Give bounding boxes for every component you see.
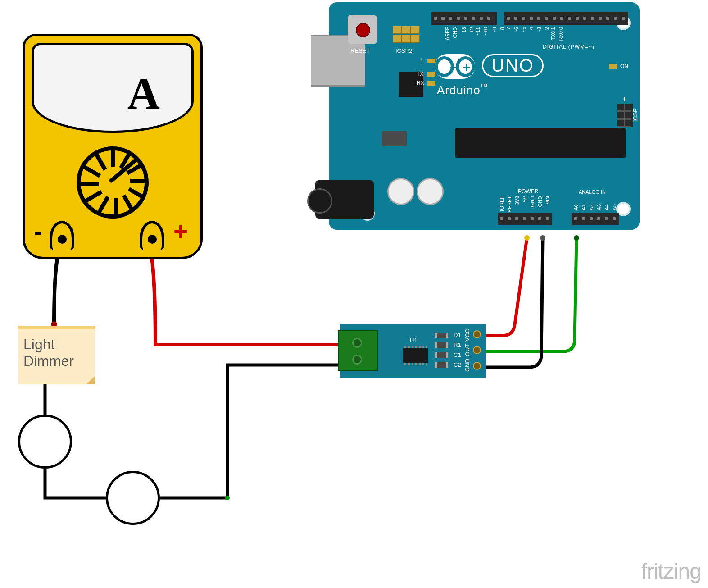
tx-led-label: TX bbox=[417, 71, 423, 77]
power-header[interactable] bbox=[498, 213, 552, 225]
l-led-label: L bbox=[420, 57, 423, 64]
digital-header-right[interactable] bbox=[504, 12, 628, 25]
ac-source-symbol bbox=[18, 415, 72, 469]
digital-section-label: DIGITAL (PWM=~) bbox=[543, 44, 595, 50]
digital-header-left[interactable] bbox=[431, 12, 497, 25]
logo-minus: − bbox=[449, 60, 458, 75]
smd-label: C1 bbox=[454, 351, 461, 358]
analog-ammeter: A - + bbox=[23, 34, 203, 259]
wire-ammeter-pos-to-sensor bbox=[151, 251, 356, 345]
wire-ammeter-neg-to-dimmer bbox=[54, 252, 59, 324]
ammeter-unit-label: A bbox=[127, 68, 160, 119]
pin-label: 8 bbox=[499, 27, 505, 30]
pin-label: ~11 bbox=[475, 27, 481, 36]
wire-junction bbox=[225, 496, 230, 500]
pin-label: 5V bbox=[522, 196, 527, 202]
smd-c1 bbox=[435, 352, 448, 358]
icsp2-label: ICSP2 bbox=[395, 47, 413, 54]
on-led bbox=[609, 64, 617, 69]
sensor-pin-vcc[interactable] bbox=[473, 330, 481, 338]
pin-label: GND bbox=[537, 196, 543, 207]
rx-led-label: RX bbox=[417, 80, 424, 86]
sensor-pin-label: GND bbox=[464, 359, 471, 372]
wire-end bbox=[540, 235, 545, 241]
atmega-chip bbox=[455, 128, 626, 158]
pin-label: 3V3 bbox=[514, 196, 520, 205]
pin-label: VIN bbox=[545, 196, 550, 204]
pin-label: AREF bbox=[445, 27, 450, 40]
smd-c2 bbox=[435, 362, 448, 368]
pin-label: GND bbox=[452, 27, 458, 38]
pin-label: 7 bbox=[506, 27, 511, 30]
smd-r1 bbox=[435, 342, 448, 348]
lamp-symbol bbox=[106, 471, 160, 525]
capacitor bbox=[387, 178, 414, 205]
analog-header[interactable] bbox=[572, 213, 619, 225]
pin-label: ~3 bbox=[536, 27, 542, 33]
wire-sensor-gnd-to-gnd bbox=[480, 238, 543, 367]
uno-model-label: UNO bbox=[482, 54, 544, 77]
pin-label: RESET bbox=[507, 196, 512, 213]
sticky-note-light-dimmer: Light Dimmer bbox=[18, 326, 95, 384]
wire-sensor-vcc-to-5v bbox=[480, 238, 527, 336]
pin-label: ~6 bbox=[513, 27, 519, 33]
wire-lamp-to-sensor bbox=[160, 365, 356, 498]
pin-label: A3 bbox=[596, 204, 602, 210]
note-line2: Dimmer bbox=[23, 353, 89, 369]
pin-label: A2 bbox=[589, 204, 594, 210]
arduino-uno-board: RESET ICSP2 − + UNO ArduinoTM ON L TX RX bbox=[329, 2, 640, 230]
sensor-pin-gnd[interactable] bbox=[473, 362, 481, 370]
smd-d1 bbox=[435, 333, 448, 338]
pin-label: IOREF bbox=[499, 196, 504, 211]
pin-label: ~10 bbox=[483, 27, 488, 36]
arduino-brand-label: ArduinoTM bbox=[437, 83, 488, 97]
icsp-label: ICSP bbox=[632, 108, 639, 122]
wire-end bbox=[524, 235, 530, 241]
ammeter-display-window: A bbox=[32, 43, 194, 133]
pin-label: ~5 bbox=[521, 27, 526, 33]
sensor-ic-label: U1 bbox=[410, 337, 418, 344]
l-led bbox=[427, 59, 435, 63]
logo-plus: + bbox=[463, 60, 471, 75]
sensor-pin-label: OUT bbox=[464, 344, 471, 356]
pin-label: ~9 bbox=[492, 27, 497, 33]
tx-led bbox=[427, 72, 435, 77]
pin-label: A1 bbox=[581, 204, 586, 210]
pin-label: GND bbox=[530, 196, 535, 207]
pin-label: 12 bbox=[469, 27, 474, 32]
power-section-label: POWER bbox=[518, 188, 538, 195]
pin-label: A0 bbox=[573, 204, 579, 210]
sensor-pin-out[interactable] bbox=[473, 346, 481, 354]
reset-label: RESET bbox=[350, 47, 370, 54]
note-line1: Light bbox=[23, 336, 89, 353]
reset-button[interactable] bbox=[348, 15, 377, 44]
smd-label: C2 bbox=[454, 361, 461, 368]
sensor-pin-label: VCC bbox=[464, 329, 471, 341]
power-jack[interactable] bbox=[315, 180, 374, 219]
sensor-screw-terminal[interactable] bbox=[338, 330, 378, 371]
icsp2-header[interactable] bbox=[393, 26, 423, 44]
negative-sign: - bbox=[34, 217, 42, 246]
rx-led bbox=[427, 81, 435, 86]
pin-label: 4 bbox=[529, 27, 534, 30]
ammeter-dial[interactable] bbox=[77, 146, 149, 219]
pin-label: A4 bbox=[604, 204, 609, 210]
on-led-label: ON bbox=[620, 63, 628, 69]
pin-label: RX0 0 bbox=[558, 27, 563, 41]
current-sensor-module: U1 D1 R1 C1 C2 GND OUT VCC bbox=[340, 324, 486, 378]
pin-label: TX0 1 bbox=[550, 27, 556, 40]
pin-label: 2 bbox=[544, 27, 549, 30]
icsp-header[interactable] bbox=[617, 104, 633, 127]
capacitor bbox=[417, 178, 444, 205]
icsp-1-label: 1 bbox=[623, 96, 626, 103]
sensor-ic bbox=[403, 348, 428, 363]
pin-label: 13 bbox=[461, 27, 467, 32]
smd-label: R1 bbox=[454, 342, 461, 348]
wire-ac-to-lamp bbox=[45, 469, 106, 498]
analog-section-label: ANALOG IN bbox=[579, 189, 606, 195]
smd-label: D1 bbox=[454, 332, 461, 338]
fritzing-watermark: fritzing bbox=[641, 559, 701, 583]
positive-sign: + bbox=[173, 217, 188, 246]
wire-end bbox=[574, 235, 579, 241]
pin-label: A5 bbox=[612, 204, 617, 210]
